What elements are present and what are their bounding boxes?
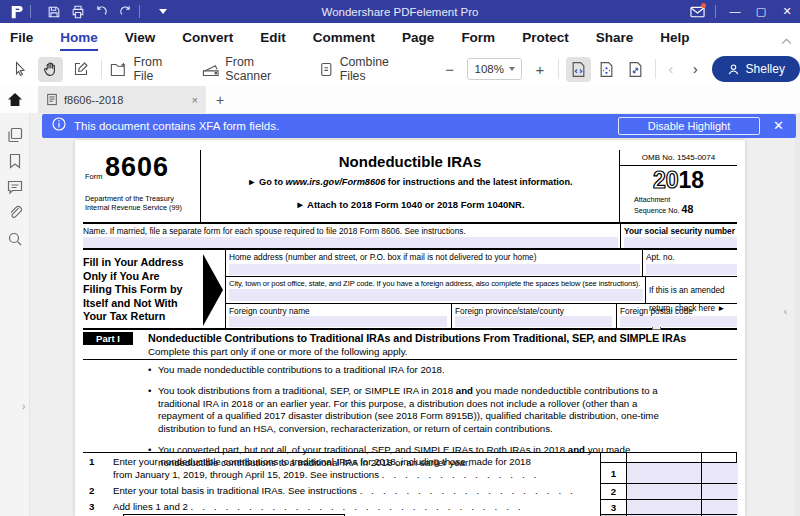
address-block: Fill in Your Address Only if You Are Fil… — [83, 250, 737, 330]
line3-cents-field[interactable] — [702, 500, 738, 514]
actual-size-button[interactable] — [623, 57, 647, 82]
foreign-country-label: Foreign country name — [229, 304, 451, 316]
fit-page-button[interactable] — [595, 57, 619, 82]
dot-leaders: ............................. — [191, 501, 530, 512]
zoom-out-button[interactable]: − — [440, 61, 459, 78]
collapse-ribbon-icon[interactable] — [781, 31, 792, 49]
user-account-button[interactable]: Shelley — [712, 56, 800, 82]
page-number-box[interactable]: › — [683, 55, 702, 83]
maximize-button[interactable]: ▢ — [748, 0, 774, 23]
line2-cents-field[interactable] — [702, 484, 738, 499]
scrollbar[interactable] — [795, 113, 800, 516]
thumbnails-panel-icon[interactable] — [7, 127, 23, 143]
toolbar-divider — [655, 59, 656, 79]
hand-tool-button[interactable] — [38, 57, 62, 82]
from-scanner-button[interactable]: From Scanner — [202, 55, 301, 83]
home-address-field[interactable] — [229, 264, 640, 275]
undo-icon[interactable] — [94, 4, 109, 19]
select-tool-button[interactable] — [8, 57, 32, 82]
foreign-province-field[interactable] — [455, 316, 612, 327]
new-tab-button[interactable]: + — [216, 92, 224, 108]
name-label: Name. If married, file a separate form f… — [83, 224, 620, 236]
zoom-level-select[interactable]: 108% — [467, 58, 522, 80]
user-icon — [727, 63, 740, 76]
bookmarks-panel-icon[interactable] — [7, 153, 23, 169]
foreign-postal-label: Foreign postal code — [620, 304, 737, 316]
menu-comment[interactable]: Comment — [313, 25, 375, 51]
tax-year: 2018 — [620, 167, 737, 194]
omb-cell: OMB No. 1545-0074 2018 Attachment Sequen… — [620, 150, 737, 222]
document-icon — [46, 93, 58, 106]
home-address-row: Home address (number and street, or P.O.… — [226, 250, 737, 277]
form-instruction-1: ► Go to www.irs.gov/Form8606 for instruc… — [201, 177, 619, 187]
pointer-triangle — [203, 254, 223, 326]
ssn-field[interactable] — [624, 237, 737, 248]
attachment-sequence: Attachment Sequence No. 48 — [634, 196, 693, 215]
fit-width-button[interactable] — [566, 57, 590, 82]
redo-icon[interactable] — [118, 4, 133, 19]
from-scanner-icon — [202, 62, 219, 77]
home-tab-button[interactable] — [0, 92, 30, 107]
form-title-cell: Nondeductible IRAs ► Go to www.irs.gov/F… — [200, 150, 620, 222]
toolbar: From File From Scanner Combine Files − 1… — [0, 52, 800, 86]
minimize-button[interactable]: — — [722, 0, 748, 23]
user-name: Shelley — [746, 62, 785, 76]
collapse-right-panel-icon[interactable]: ‹ — [784, 306, 787, 317]
line1-amount-field[interactable] — [627, 463, 701, 483]
comments-panel-icon[interactable] — [7, 179, 23, 195]
previous-page-button[interactable]: ‹ — [664, 61, 677, 77]
notification-dot — [701, 3, 706, 8]
titlebar-divider — [139, 5, 140, 18]
line2-box-number: 2 — [601, 484, 626, 499]
foreign-country-field[interactable] — [229, 316, 447, 327]
zoom-in-button[interactable]: + — [530, 61, 549, 78]
menu-view[interactable]: View — [125, 25, 156, 51]
save-icon[interactable] — [46, 4, 61, 19]
menu-share[interactable]: Share — [596, 25, 634, 51]
menu-home[interactable]: Home — [60, 25, 98, 51]
menu-page[interactable]: Page — [402, 25, 434, 51]
line3-amount-field[interactable] — [627, 500, 701, 514]
home-address-label: Home address (number and street, or P.O.… — [229, 250, 642, 262]
quick-access-dropdown-icon[interactable] — [155, 4, 170, 19]
notifications-mail-icon[interactable] — [685, 0, 709, 23]
line-number: 3 — [83, 500, 113, 513]
edit-tool-button[interactable] — [69, 57, 93, 82]
line-3: 3 Add lines 1 and 2 ....................… — [83, 500, 600, 513]
expand-panel-icon[interactable]: › — [22, 401, 25, 412]
line-2: 2 Enter your total basis in traditional … — [83, 484, 600, 497]
city-field[interactable] — [229, 289, 643, 301]
from-file-button[interactable]: From File — [110, 55, 184, 83]
banner-close-icon[interactable]: ✕ — [773, 118, 784, 133]
menu-help[interactable]: Help — [660, 25, 689, 51]
omb-number: OMB No. 1545-0074 — [620, 150, 737, 166]
line2-amount-field[interactable] — [627, 484, 701, 499]
search-panel-icon[interactable] — [7, 231, 23, 247]
combine-files-button[interactable]: Combine Files — [319, 55, 416, 83]
line1-cents-field[interactable] — [702, 463, 738, 483]
attachments-panel-icon[interactable] — [7, 205, 23, 221]
zoom-level-value: 108% — [475, 63, 504, 75]
line-1: 1 Enter your nondeductible contributions… — [83, 455, 600, 481]
tab-title: f8606--2018 — [64, 94, 186, 106]
apt-field[interactable] — [646, 264, 737, 275]
foreign-postal-field[interactable] — [620, 316, 737, 327]
menu-edit[interactable]: Edit — [260, 25, 286, 51]
menu-form[interactable]: Form — [461, 25, 495, 51]
toolbar-divider — [101, 59, 102, 79]
form-word: Form — [85, 172, 103, 181]
menu-bar: File Home View Convert Edit Comment Page… — [0, 23, 800, 52]
document-tab[interactable]: f8606--2018 × — [38, 86, 206, 113]
menu-protect[interactable]: Protect — [522, 25, 569, 51]
disable-highlight-button[interactable]: Disable Highlight — [618, 117, 760, 135]
tab-close-icon[interactable]: × — [192, 94, 198, 106]
foreign-row: Foreign country name Foreign province/st… — [226, 304, 737, 328]
menu-convert[interactable]: Convert — [182, 25, 233, 51]
name-field[interactable] — [83, 237, 618, 248]
print-icon[interactable] — [70, 4, 85, 19]
close-button[interactable]: ✕ — [774, 0, 800, 23]
name-row: Name. If married, file a separate form f… — [83, 222, 737, 250]
title-bar: Wondershare PDFelement Pro — ▢ ✕ — [0, 0, 800, 23]
menu-file[interactable]: File — [10, 25, 33, 51]
next-page-button[interactable]: › — [689, 61, 702, 77]
